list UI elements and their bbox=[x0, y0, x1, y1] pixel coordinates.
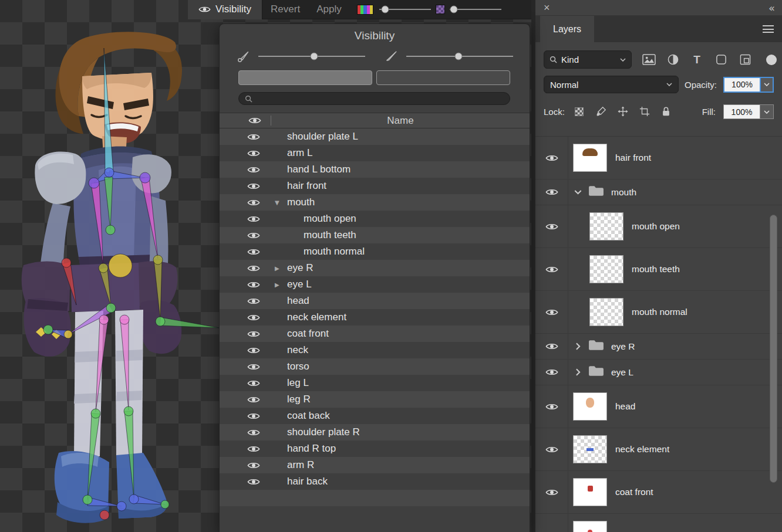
mesh-color-swatch[interactable] bbox=[436, 5, 445, 14]
bone-row[interactable]: mouth teeth bbox=[220, 227, 530, 243]
visibility-eye-toggle[interactable] bbox=[247, 211, 260, 227]
lock-all-icon[interactable] bbox=[659, 104, 673, 118]
layer-thumbnail[interactable] bbox=[589, 212, 623, 240]
tab-layers[interactable]: Layers bbox=[540, 16, 594, 42]
close-icon[interactable]: × bbox=[535, 2, 550, 13]
layer-name[interactable]: mouth normal bbox=[632, 307, 687, 317]
slider-knob[interactable] bbox=[382, 6, 389, 13]
expander-icon[interactable] bbox=[275, 276, 279, 293]
layer-visibility-eye[interactable] bbox=[535, 471, 568, 513]
bone-row[interactable]: mouth open bbox=[220, 211, 530, 227]
mesh-opacity-slider[interactable] bbox=[450, 0, 501, 19]
bone-color-swatch[interactable] bbox=[357, 5, 373, 15]
slider-knob[interactable] bbox=[450, 6, 457, 13]
layer-row[interactable]: mouth normal bbox=[535, 291, 782, 334]
bone-row[interactable]: head bbox=[220, 293, 530, 309]
bone-row[interactable]: leg L bbox=[220, 375, 530, 391]
visibility-eye-toggle[interactable] bbox=[247, 194, 260, 211]
collapse-panel-icon[interactable]: « bbox=[768, 2, 782, 14]
visibility-eye-toggle[interactable] bbox=[247, 145, 260, 161]
filter-shape-layers-icon[interactable] bbox=[714, 53, 728, 67]
layer-name[interactable]: eye L bbox=[611, 367, 633, 378]
layer-visibility-eye[interactable] bbox=[535, 248, 568, 290]
layer-row[interactable]: eye L bbox=[535, 360, 782, 385]
layer-name[interactable]: mouth teeth bbox=[632, 264, 680, 275]
visibility-eye-toggle[interactable] bbox=[247, 260, 260, 276]
bone-row[interactable]: coat front bbox=[220, 326, 530, 342]
layer-thumbnail[interactable] bbox=[573, 144, 607, 172]
visibility-eye-toggle[interactable] bbox=[247, 358, 260, 375]
layer-thumbnail[interactable] bbox=[573, 435, 607, 463]
layer-name[interactable]: head bbox=[615, 401, 635, 412]
visibility-eye-toggle[interactable] bbox=[247, 440, 260, 457]
layer-name[interactable]: hair front bbox=[615, 153, 651, 163]
bone-row[interactable]: leg R bbox=[220, 391, 530, 408]
visibility-eye-toggle[interactable] bbox=[247, 128, 260, 145]
layer-visibility-eye[interactable] bbox=[535, 137, 568, 179]
visibility-eye-toggle[interactable] bbox=[247, 391, 260, 408]
bone-row[interactable]: neck element bbox=[220, 309, 530, 326]
bone-row[interactable]: arm L bbox=[220, 145, 530, 161]
layer-thumbnail[interactable] bbox=[589, 298, 623, 326]
layer-name[interactable]: mouth open bbox=[632, 221, 680, 232]
layer-row[interactable]: eye R bbox=[535, 334, 782, 360]
layer-row[interactable]: hair front bbox=[535, 137, 782, 179]
layer-row[interactable]: neck element bbox=[535, 428, 782, 471]
layer-thumbnail[interactable] bbox=[573, 392, 607, 421]
bone-row[interactable]: arm R bbox=[220, 457, 530, 473]
group-chevron-icon[interactable] bbox=[575, 188, 584, 196]
bone-row[interactable]: hair back bbox=[220, 473, 530, 490]
fill-dropdown-button[interactable] bbox=[760, 104, 774, 119]
bone-row[interactable]: hand R top bbox=[220, 440, 530, 457]
bone-row[interactable]: eye R bbox=[220, 260, 530, 276]
visibility-eye-toggle[interactable] bbox=[247, 293, 260, 309]
layer-name[interactable]: mouth bbox=[611, 187, 636, 198]
bone-opacity-slider[interactable] bbox=[379, 0, 431, 19]
visibility-eye-toggle[interactable] bbox=[247, 243, 260, 260]
bone-row[interactable]: shoulder plate R bbox=[220, 424, 530, 440]
layer-row[interactable]: head bbox=[535, 385, 782, 428]
visibility-eye-toggle[interactable] bbox=[247, 408, 260, 424]
layer-visibility-eye[interactable] bbox=[535, 385, 568, 428]
bone-row[interactable]: torso bbox=[220, 358, 530, 375]
slider-knob[interactable] bbox=[455, 53, 463, 60]
filter-pixel-layers-icon[interactable] bbox=[642, 53, 656, 67]
layer-row[interactable]: coat front bbox=[535, 471, 782, 514]
layer-name[interactable]: coat front bbox=[615, 487, 653, 497]
layer-row[interactable] bbox=[535, 514, 782, 532]
bone-row[interactable]: neck bbox=[220, 342, 530, 358]
visibility-eye-toggle[interactable] bbox=[247, 161, 260, 178]
kind-filter-dropdown[interactable]: Kind bbox=[544, 50, 632, 69]
layer-visibility-eye[interactable] bbox=[535, 205, 568, 248]
layer-name[interactable]: eye R bbox=[611, 341, 635, 352]
visibility-eye-toggle[interactable] bbox=[247, 342, 260, 358]
slider-knob[interactable] bbox=[310, 53, 318, 60]
layer-visibility-eye[interactable] bbox=[535, 179, 568, 205]
layer-visibility-eye[interactable] bbox=[535, 514, 568, 532]
bone-row[interactable]: mouth bbox=[220, 194, 530, 211]
filter-type-layers-icon[interactable]: T bbox=[690, 53, 704, 67]
layers-scrollbar[interactable] bbox=[770, 215, 777, 483]
apply-button[interactable]: Apply bbox=[308, 4, 350, 15]
layer-visibility-eye[interactable] bbox=[535, 360, 568, 385]
bone-row[interactable]: mouth normal bbox=[220, 243, 530, 260]
visibility-eye-toggle[interactable] bbox=[247, 375, 260, 391]
layer-thumbnail[interactable] bbox=[573, 521, 607, 532]
filtering-toggle-button[interactable] bbox=[766, 55, 777, 65]
revert-button[interactable]: Revert bbox=[262, 4, 308, 15]
visibility-toggle-button[interactable]: Visibility bbox=[188, 0, 262, 19]
layer-visibility-eye[interactable] bbox=[535, 334, 568, 359]
bone-row[interactable]: eye L bbox=[220, 276, 530, 293]
sprite-opacity-panel-slider[interactable] bbox=[406, 50, 513, 62]
layer-name[interactable]: neck element bbox=[615, 444, 669, 455]
visibility-eye-toggle[interactable] bbox=[247, 326, 260, 342]
bone-row[interactable]: hand L bottom bbox=[220, 161, 530, 178]
bone-row[interactable]: hair front bbox=[220, 178, 530, 194]
layer-visibility-eye[interactable] bbox=[535, 428, 568, 470]
lock-artboard-icon[interactable] bbox=[638, 104, 652, 118]
opacity-input[interactable]: 100% bbox=[723, 77, 760, 93]
filter-smart-objects-icon[interactable] bbox=[738, 53, 752, 67]
visibility-eye-toggle[interactable] bbox=[247, 276, 260, 293]
panel-menu-icon[interactable] bbox=[763, 25, 774, 33]
group-chevron-icon[interactable] bbox=[575, 368, 584, 376]
